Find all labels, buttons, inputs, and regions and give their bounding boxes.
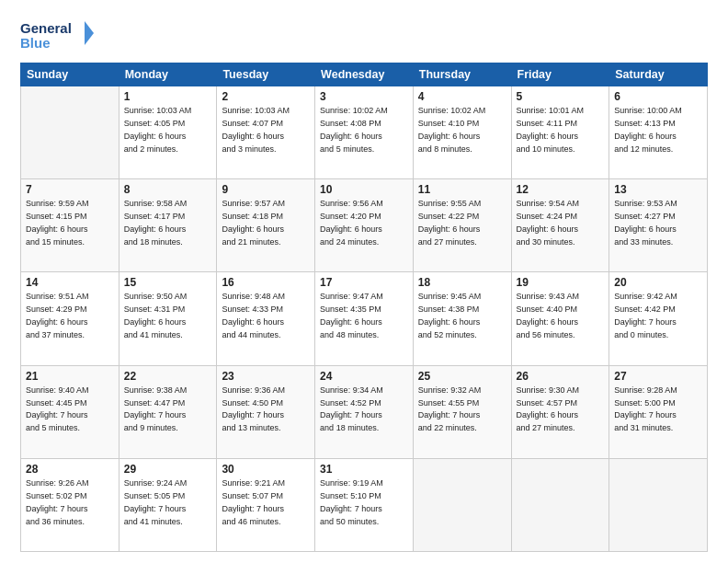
day-info: Sunrise: 9:54 AMSunset: 4:24 PMDaylight:… [517, 198, 605, 249]
calendar-cell: 18Sunrise: 9:45 AMSunset: 4:38 PMDayligh… [413, 272, 511, 365]
day-number: 12 [517, 183, 605, 196]
calendar-cell: 15Sunrise: 9:50 AMSunset: 4:31 PMDayligh… [119, 272, 217, 365]
day-info: Sunrise: 9:26 AMSunset: 5:02 PMDaylight:… [26, 477, 114, 529]
day-info: Sunrise: 9:24 AMSunset: 5:05 PMDaylight:… [124, 477, 212, 529]
day-number: 21 [26, 370, 114, 383]
day-number: 3 [320, 90, 408, 103]
day-info: Sunrise: 10:01 AMSunset: 4:11 PMDaylight… [517, 105, 605, 156]
day-info: Sunrise: 9:38 AMSunset: 4:47 PMDaylight:… [124, 385, 212, 436]
calendar-cell: 12Sunrise: 9:54 AMSunset: 4:24 PMDayligh… [511, 179, 609, 272]
day-number: 6 [614, 90, 702, 103]
day-info: Sunrise: 9:43 AMSunset: 4:40 PMDaylight:… [517, 291, 605, 342]
calendar-cell: 31Sunrise: 9:19 AMSunset: 5:10 PMDayligh… [315, 458, 414, 551]
calendar-week-0: 1Sunrise: 10:03 AMSunset: 4:05 PMDayligh… [21, 86, 708, 179]
svg-text:General: General [20, 20, 72, 36]
calendar-cell: 14Sunrise: 9:51 AMSunset: 4:29 PMDayligh… [21, 272, 119, 365]
day-info: Sunrise: 9:40 AMSunset: 4:45 PMDaylight:… [26, 385, 114, 436]
calendar-cell: 2Sunrise: 10:03 AMSunset: 4:07 PMDayligh… [217, 86, 315, 179]
day-number: 2 [222, 90, 310, 103]
day-info: Sunrise: 10:02 AMSunset: 4:08 PMDaylight… [320, 105, 408, 156]
day-number: 20 [614, 276, 702, 289]
calendar-cell [511, 458, 609, 551]
calendar-cell: 13Sunrise: 9:53 AMSunset: 4:27 PMDayligh… [609, 179, 708, 272]
day-info: Sunrise: 9:32 AMSunset: 4:55 PMDaylight:… [418, 385, 506, 436]
day-number: 13 [614, 183, 702, 196]
day-number: 27 [614, 370, 702, 383]
day-info: Sunrise: 9:59 AMSunset: 4:15 PMDaylight:… [26, 198, 114, 249]
day-info: Sunrise: 9:19 AMSunset: 5:10 PMDaylight:… [320, 477, 408, 529]
day-number: 7 [26, 183, 114, 196]
calendar-header-friday: Friday [511, 63, 609, 86]
day-number: 23 [222, 370, 310, 383]
day-number: 17 [320, 276, 408, 289]
day-number: 18 [418, 276, 506, 289]
calendar-cell: 5Sunrise: 10:01 AMSunset: 4:11 PMDayligh… [511, 86, 609, 179]
calendar-cell: 28Sunrise: 9:26 AMSunset: 5:02 PMDayligh… [21, 458, 119, 551]
day-number: 30 [222, 463, 310, 476]
calendar-cell: 9Sunrise: 9:57 AMSunset: 4:18 PMDaylight… [217, 179, 315, 272]
calendar-cell: 26Sunrise: 9:30 AMSunset: 4:57 PMDayligh… [511, 365, 609, 458]
calendar-cell [21, 86, 119, 179]
calendar-cell: 30Sunrise: 9:21 AMSunset: 5:07 PMDayligh… [217, 458, 315, 551]
day-info: Sunrise: 9:50 AMSunset: 4:31 PMDaylight:… [124, 291, 212, 342]
calendar-cell: 4Sunrise: 10:02 AMSunset: 4:10 PMDayligh… [413, 86, 511, 179]
day-number: 29 [124, 463, 212, 476]
calendar-cell: 19Sunrise: 9:43 AMSunset: 4:40 PMDayligh… [511, 272, 609, 365]
day-info: Sunrise: 9:58 AMSunset: 4:17 PMDaylight:… [124, 198, 212, 249]
calendar-cell: 16Sunrise: 9:48 AMSunset: 4:33 PMDayligh… [217, 272, 315, 365]
calendar-header-monday: Monday [119, 63, 217, 86]
day-info: Sunrise: 9:48 AMSunset: 4:33 PMDaylight:… [222, 291, 310, 342]
header: General Blue [20, 17, 708, 53]
calendar-cell: 10Sunrise: 9:56 AMSunset: 4:20 PMDayligh… [315, 179, 414, 272]
day-number: 11 [418, 183, 506, 196]
day-info: Sunrise: 9:55 AMSunset: 4:22 PMDaylight:… [418, 198, 506, 249]
calendar-cell: 3Sunrise: 10:02 AMSunset: 4:08 PMDayligh… [315, 86, 414, 179]
calendar-header-thursday: Thursday [413, 63, 511, 86]
calendar-cell: 24Sunrise: 9:34 AMSunset: 4:52 PMDayligh… [315, 365, 414, 458]
day-number: 26 [517, 370, 605, 383]
calendar-header-wednesday: Wednesday [315, 63, 414, 86]
day-info: Sunrise: 9:42 AMSunset: 4:42 PMDaylight:… [614, 291, 702, 342]
calendar-cell: 6Sunrise: 10:00 AMSunset: 4:13 PMDayligh… [609, 86, 708, 179]
day-number: 31 [320, 463, 408, 476]
calendar-week-2: 14Sunrise: 9:51 AMSunset: 4:29 PMDayligh… [21, 272, 708, 365]
day-info: Sunrise: 10:02 AMSunset: 4:10 PMDaylight… [418, 105, 506, 156]
day-info: Sunrise: 9:36 AMSunset: 4:50 PMDaylight:… [222, 385, 310, 436]
calendar-cell [609, 458, 708, 551]
day-number: 15 [124, 276, 212, 289]
day-info: Sunrise: 9:30 AMSunset: 4:57 PMDaylight:… [517, 385, 605, 436]
calendar-cell: 29Sunrise: 9:24 AMSunset: 5:05 PMDayligh… [119, 458, 217, 551]
calendar-cell: 17Sunrise: 9:47 AMSunset: 4:35 PMDayligh… [315, 272, 414, 365]
day-number: 14 [26, 276, 114, 289]
calendar-cell: 1Sunrise: 10:03 AMSunset: 4:05 PMDayligh… [119, 86, 217, 179]
calendar-header-sunday: Sunday [21, 63, 119, 86]
day-number: 22 [124, 370, 212, 383]
day-info: Sunrise: 9:34 AMSunset: 4:52 PMDaylight:… [320, 385, 408, 436]
day-number: 24 [320, 370, 408, 383]
logo-svg: General Blue [20, 17, 94, 53]
day-number: 5 [517, 90, 605, 103]
calendar-header-row: SundayMondayTuesdayWednesdayThursdayFrid… [21, 63, 708, 86]
day-info: Sunrise: 9:56 AMSunset: 4:20 PMDaylight:… [320, 198, 408, 249]
day-info: Sunrise: 10:03 AMSunset: 4:05 PMDaylight… [124, 105, 212, 156]
svg-text:Blue: Blue [20, 35, 51, 51]
day-number: 10 [320, 183, 408, 196]
day-number: 16 [222, 276, 310, 289]
calendar-cell: 23Sunrise: 9:36 AMSunset: 4:50 PMDayligh… [217, 365, 315, 458]
day-info: Sunrise: 9:57 AMSunset: 4:18 PMDaylight:… [222, 198, 310, 249]
calendar-cell [413, 458, 511, 551]
day-number: 4 [418, 90, 506, 103]
calendar-cell: 7Sunrise: 9:59 AMSunset: 4:15 PMDaylight… [21, 179, 119, 272]
svg-marker-2 [85, 21, 94, 45]
day-number: 19 [517, 276, 605, 289]
day-number: 25 [418, 370, 506, 383]
calendar-table: SundayMondayTuesdayWednesdayThursdayFrid… [20, 63, 708, 552]
calendar-cell: 25Sunrise: 9:32 AMSunset: 4:55 PMDayligh… [413, 365, 511, 458]
day-number: 8 [124, 183, 212, 196]
day-info: Sunrise: 9:21 AMSunset: 5:07 PMDaylight:… [222, 477, 310, 529]
day-info: Sunrise: 9:53 AMSunset: 4:27 PMDaylight:… [614, 198, 702, 249]
calendar-week-1: 7Sunrise: 9:59 AMSunset: 4:15 PMDaylight… [21, 179, 708, 272]
day-info: Sunrise: 9:28 AMSunset: 5:00 PMDaylight:… [614, 385, 702, 436]
calendar-week-4: 28Sunrise: 9:26 AMSunset: 5:02 PMDayligh… [21, 458, 708, 551]
day-info: Sunrise: 10:00 AMSunset: 4:13 PMDaylight… [614, 105, 702, 156]
